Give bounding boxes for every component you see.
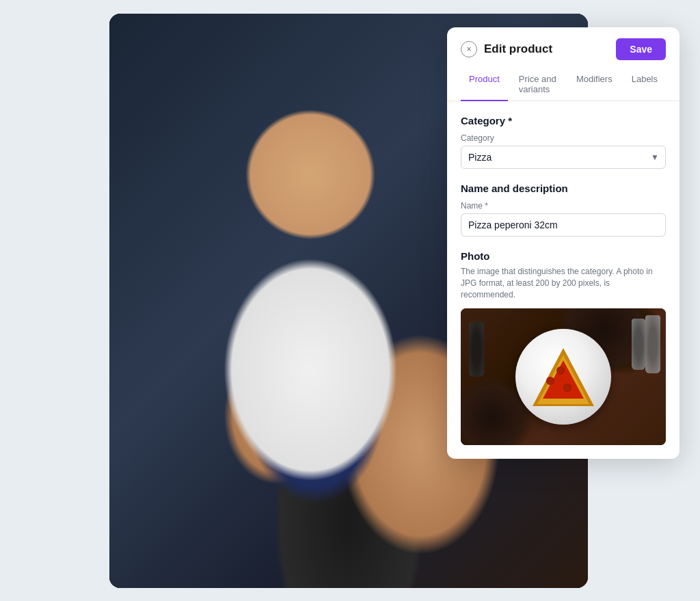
save-button[interactable]: Save	[616, 38, 666, 60]
close-button[interactable]: ×	[461, 41, 477, 57]
pepperoni-3	[563, 384, 571, 392]
modal-tabs: Product Price and variants Modifiers Lab…	[447, 68, 679, 101]
pepperoni-2	[546, 377, 554, 385]
tab-price-variants[interactable]: Price and variants	[511, 68, 565, 101]
product-name-input[interactable]	[461, 213, 666, 237]
modal-body: Category * Category Pizza Burgers Salads…	[447, 101, 679, 459]
bottle-left	[469, 322, 484, 377]
tab-modifiers[interactable]: Modifiers	[568, 68, 621, 101]
edit-product-modal: × Edit product Save Product Price and va…	[447, 27, 679, 459]
name-section-title: Name and description	[461, 183, 666, 194]
modal-header: × Edit product Save	[447, 27, 679, 60]
bottle-right-2	[645, 315, 660, 373]
product-photo[interactable]	[461, 308, 666, 445]
modal-title: Edit product	[484, 42, 552, 56]
pepperoni-1	[556, 366, 565, 375]
photo-section: Photo The image that distinguishes the c…	[461, 250, 666, 445]
photo-bg	[461, 308, 666, 445]
category-select[interactable]: Pizza Burgers Salads Drinks Desserts	[461, 146, 666, 169]
tab-labels[interactable]: Labels	[623, 68, 666, 101]
pepperoni-container	[536, 349, 591, 404]
plate	[515, 329, 611, 425]
category-section: Category * Category Pizza Burgers Salads…	[461, 115, 666, 169]
tab-product[interactable]: Product	[461, 68, 508, 101]
photo-description: The image that distinguishes the categor…	[461, 266, 666, 300]
photo-section-title: Photo	[461, 250, 666, 262]
bottle-right-1	[632, 319, 645, 370]
modal-header-left: × Edit product	[461, 41, 552, 57]
category-section-title: Category *	[461, 115, 666, 126]
name-field-label: Name *	[461, 201, 666, 211]
name-description-section: Name and description Name *	[461, 183, 666, 237]
category-field-label: Category	[461, 133, 666, 143]
pizza-slice	[529, 343, 597, 411]
category-select-wrapper: Pizza Burgers Salads Drinks Desserts ▼	[461, 146, 666, 169]
